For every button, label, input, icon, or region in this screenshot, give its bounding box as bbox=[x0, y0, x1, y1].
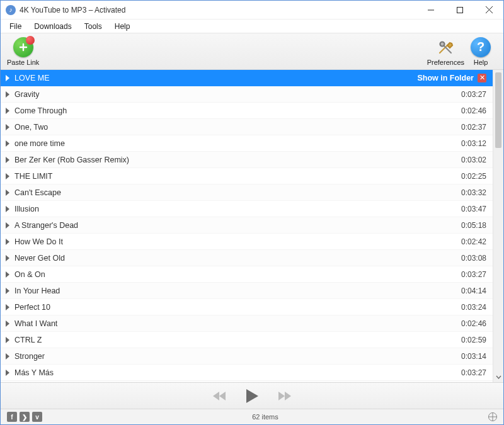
track-row[interactable]: THE LIMIT0:02:25 bbox=[1, 168, 493, 184]
twitter-icon[interactable]: ❯ bbox=[20, 412, 30, 422]
help-button[interactable]: ? Help bbox=[471, 37, 491, 66]
track-row[interactable]: Hollow Life0:03:59 bbox=[1, 381, 493, 382]
track-duration: 0:03:32 bbox=[461, 188, 486, 197]
track-duration: 0:03:12 bbox=[461, 139, 486, 148]
preferences-label: Preferences bbox=[427, 59, 464, 66]
track-title: Perfect 10 bbox=[14, 303, 456, 312]
play-icon bbox=[6, 222, 9, 229]
track-duration: 0:03:14 bbox=[461, 352, 486, 361]
play-icon bbox=[6, 370, 9, 376]
track-title: On & On bbox=[14, 270, 456, 279]
preferences-button[interactable]: Preferences bbox=[427, 37, 464, 66]
track-title: Come Through bbox=[14, 106, 456, 115]
track-row[interactable]: Más Y Más0:03:27 bbox=[1, 365, 493, 381]
svg-rect-1 bbox=[457, 7, 463, 13]
vimeo-icon[interactable]: v bbox=[32, 412, 42, 422]
play-icon bbox=[6, 190, 9, 196]
menubar: File Downloads Tools Help bbox=[1, 20, 503, 33]
play-icon bbox=[6, 353, 9, 360]
track-row[interactable]: one more time0:03:12 bbox=[1, 135, 493, 152]
track-row[interactable]: Ber Zer Ker (Rob Gasser Remix)0:03:02 bbox=[1, 152, 493, 168]
help-icon: ? bbox=[471, 37, 491, 57]
track-row[interactable]: A Stranger's Dead0:05:18 bbox=[1, 217, 493, 234]
play-icon bbox=[6, 173, 9, 179]
track-row[interactable]: One, Two0:02:37 bbox=[1, 119, 493, 135]
statusbar: f ❯ v 62 items bbox=[1, 409, 503, 424]
minimize-button[interactable] bbox=[416, 1, 445, 19]
track-row[interactable]: In Your Head0:04:14 bbox=[1, 283, 493, 299]
paste-link-label: Paste Link bbox=[7, 59, 39, 66]
play-icon bbox=[6, 337, 9, 343]
track-title: THE LIMIT bbox=[14, 172, 456, 181]
track-row[interactable]: What I Want0:02:46 bbox=[1, 315, 493, 332]
track-duration: 0:02:46 bbox=[461, 106, 486, 115]
track-row[interactable]: How We Do It0:02:42 bbox=[1, 234, 493, 250]
menu-help[interactable]: Help bbox=[108, 21, 137, 32]
track-duration: 0:03:24 bbox=[461, 303, 486, 312]
track-title: What I Want bbox=[14, 319, 456, 328]
play-icon bbox=[6, 288, 9, 294]
track-list-container: LOVE MEShow in Folder✕Gravity0:03:27Come… bbox=[1, 70, 503, 383]
show-in-folder-link[interactable]: Show in Folder bbox=[417, 74, 474, 82]
menu-downloads[interactable]: Downloads bbox=[28, 21, 77, 32]
track-duration: 0:02:46 bbox=[461, 319, 486, 328]
track-title: How We Do It bbox=[14, 237, 456, 246]
track-list[interactable]: LOVE MEShow in Folder✕Gravity0:03:27Come… bbox=[1, 70, 493, 382]
help-label: Help bbox=[474, 59, 488, 66]
scrollbar-down-arrow[interactable] bbox=[493, 371, 503, 382]
track-row[interactable]: Stronger0:03:14 bbox=[1, 348, 493, 365]
svg-point-6 bbox=[440, 42, 445, 46]
track-duration: 0:02:42 bbox=[461, 237, 486, 246]
track-title: one more time bbox=[14, 139, 456, 148]
track-title: Gravity bbox=[14, 90, 456, 99]
play-icon bbox=[6, 124, 9, 130]
player-controls bbox=[1, 383, 503, 409]
track-title: Stronger bbox=[14, 352, 456, 361]
scrollbar[interactable] bbox=[493, 70, 503, 382]
track-title: Can't Escape bbox=[14, 188, 456, 197]
menu-tools[interactable]: Tools bbox=[78, 21, 108, 32]
paste-link-button[interactable]: Paste Link bbox=[7, 37, 39, 66]
play-icon bbox=[6, 75, 9, 81]
item-count: 62 items bbox=[42, 413, 488, 421]
globe-icon[interactable] bbox=[488, 412, 497, 421]
track-title: Illusion bbox=[14, 205, 456, 213]
track-title: CTRL Z bbox=[14, 336, 456, 344]
track-row[interactable]: CTRL Z0:02:59 bbox=[1, 332, 493, 348]
menu-file[interactable]: File bbox=[3, 21, 28, 32]
play-icon bbox=[6, 320, 9, 327]
play-button[interactable] bbox=[244, 388, 260, 404]
next-button[interactable] bbox=[276, 390, 292, 402]
play-icon bbox=[6, 271, 9, 278]
scrollbar-thumb[interactable] bbox=[495, 72, 501, 148]
play-icon bbox=[6, 157, 9, 163]
maximize-button[interactable] bbox=[445, 1, 474, 19]
track-title: A Stranger's Dead bbox=[14, 221, 456, 230]
window-title: 4K YouTube to MP3 – Activated bbox=[20, 6, 416, 14]
track-title: Never Get Old bbox=[14, 254, 456, 263]
facebook-icon[interactable]: f bbox=[7, 412, 17, 422]
track-title: In Your Head bbox=[14, 286, 456, 295]
track-row[interactable]: On & On0:03:27 bbox=[1, 266, 493, 283]
play-icon bbox=[6, 108, 9, 114]
track-row[interactable]: Illusion0:03:47 bbox=[1, 201, 493, 217]
track-row[interactable]: Never Get Old0:03:08 bbox=[1, 250, 493, 266]
track-duration: 0:03:02 bbox=[461, 156, 486, 164]
previous-button[interactable] bbox=[212, 390, 228, 402]
track-duration: 0:02:59 bbox=[461, 336, 486, 344]
window-controls bbox=[416, 1, 503, 19]
play-icon bbox=[6, 140, 9, 147]
track-title: Ber Zer Ker (Rob Gasser Remix) bbox=[14, 156, 456, 164]
track-row[interactable]: Perfect 100:03:24 bbox=[1, 299, 493, 315]
remove-track-button[interactable]: ✕ bbox=[478, 74, 486, 82]
track-duration: 0:05:18 bbox=[461, 221, 486, 230]
play-icon bbox=[6, 91, 9, 98]
social-links: f ❯ v bbox=[7, 412, 42, 422]
track-row[interactable]: Can't Escape0:03:32 bbox=[1, 184, 493, 201]
track-row[interactable]: Come Through0:02:46 bbox=[1, 103, 493, 119]
track-row[interactable]: Gravity0:03:27 bbox=[1, 86, 493, 103]
track-duration: 0:04:14 bbox=[461, 286, 486, 295]
close-button[interactable] bbox=[474, 1, 503, 19]
track-row-selected[interactable]: LOVE MEShow in Folder✕ bbox=[1, 70, 493, 86]
track-duration: 0:03:08 bbox=[461, 254, 486, 263]
